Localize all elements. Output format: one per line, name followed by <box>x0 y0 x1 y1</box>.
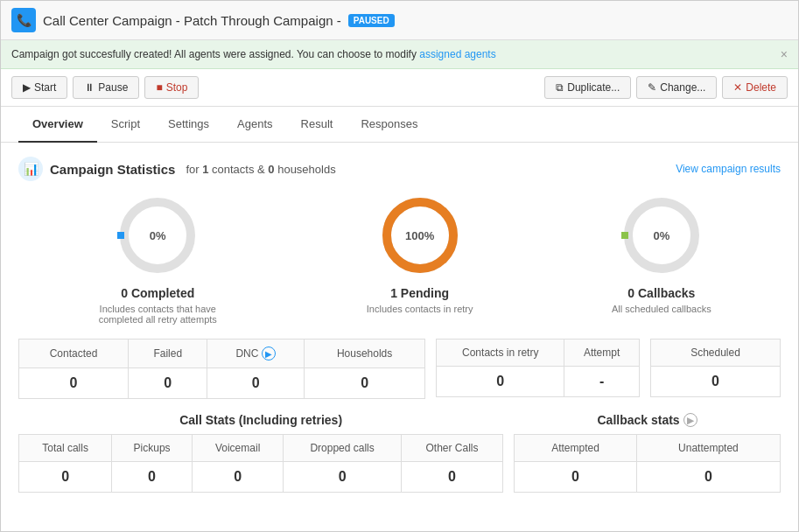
attempt-header: Attempt <box>564 340 640 367</box>
header-title: Call Center Campaign - Patch Through Cam… <box>43 13 341 28</box>
middle-stats-table: Contacts in retry Attempt 0 - <box>436 339 640 399</box>
scheduled-value: 0 <box>651 367 781 397</box>
app-header: 📞 Call Center Campaign - Patch Through C… <box>1 1 798 40</box>
pickups-header: Pickups <box>112 435 193 462</box>
stop-button[interactable]: ■ Stop <box>144 76 199 99</box>
duplicate-button[interactable]: ⧉ Duplicate... <box>544 76 631 99</box>
unattempted-value: 0 <box>636 462 780 493</box>
tab-responses[interactable]: Responses <box>347 107 431 143</box>
callbacks-sublabel: All scheduled callbacks <box>612 304 711 314</box>
banner-message: Campaign got succesfully created! All ag… <box>11 48 496 60</box>
voicemail-value: 0 <box>192 462 283 493</box>
stats-icon: 📊 <box>18 157 43 181</box>
delete-button[interactable]: ✕ Delete <box>722 76 788 99</box>
failed-value: 0 <box>128 368 207 399</box>
completed-chart: 0% 0 Completed Includes contacts that ha… <box>88 192 228 325</box>
left-stats-table: Contacted Failed DNC ▶ Households 0 0 0 … <box>18 339 425 399</box>
bottom-section: Call Stats (Including retries) Total cal… <box>18 413 781 493</box>
callbacks-percent: 0% <box>653 229 669 242</box>
attempted-value: 0 <box>515 462 637 493</box>
pause-button[interactable]: ⏸ Pause <box>73 76 139 99</box>
contacted-header: Contacted <box>19 340 129 368</box>
voicemail-header: Voicemail <box>192 435 283 462</box>
delete-icon: ✕ <box>733 81 742 94</box>
attempt-value: - <box>564 367 640 397</box>
stats-subtitle: for 1 contacts & 0 households <box>186 163 335 176</box>
completed-label: 0 Completed <box>121 286 194 300</box>
svg-rect-2 <box>117 232 124 239</box>
tab-overview[interactable]: Overview <box>18 107 97 143</box>
stats-title: Campaign Statistics <box>50 162 175 177</box>
dnc-header: DNC ▶ <box>207 340 304 368</box>
callbacks-label: 0 Callbacks <box>627 286 695 300</box>
toolbar-right: ⧉ Duplicate... ✎ Change... ✕ Delete <box>544 76 788 99</box>
banner-close-button[interactable]: × <box>781 47 788 61</box>
dnc-value: 0 <box>207 368 304 399</box>
tab-script[interactable]: Script <box>97 107 154 143</box>
pending-donut: 100% <box>376 192 464 279</box>
households-value: 0 <box>304 368 425 399</box>
callback-stats-row: 0 0 <box>515 462 781 493</box>
tab-settings[interactable]: Settings <box>154 107 223 143</box>
completed-sublabel: Includes contacts that have completed al… <box>88 304 228 325</box>
callback-stats-section: Callback stats ▶ Attempted Unattempted 0… <box>514 413 781 493</box>
charts-row: 0% 0 Completed Includes contacts that ha… <box>18 192 781 325</box>
pending-sublabel: Includes contacts in retry <box>367 304 473 314</box>
other-calls-header: Other Calls <box>401 435 502 462</box>
households-header: Households <box>304 340 425 368</box>
left-stats-row: 0 0 0 0 <box>19 368 425 399</box>
tabs-bar: Overview Script Settings Agents Result R… <box>1 107 798 143</box>
right-stats-table: Scheduled 0 <box>650 339 781 399</box>
right-stats-row: 0 <box>651 367 781 397</box>
dropped-calls-header: Dropped calls <box>284 435 402 462</box>
stats-title-area: 📊 Campaign Statistics for 1 contacts & 0… <box>18 157 336 181</box>
copy-icon: ⧉ <box>556 81 564 94</box>
unattempted-header: Unattempted <box>636 435 780 462</box>
play-icon: ▶ <box>23 81 31 94</box>
callbacks-donut: 0% <box>618 192 705 279</box>
app-container: 📞 Call Center Campaign - Patch Through C… <box>0 0 799 532</box>
completed-percent: 0% <box>150 229 166 242</box>
main-content: 📊 Campaign Statistics for 1 contacts & 0… <box>1 143 798 531</box>
total-calls-value: 0 <box>19 462 112 493</box>
paused-badge: PAUSED <box>348 14 395 27</box>
scheduled-header: Scheduled <box>651 340 781 367</box>
tab-agents[interactable]: Agents <box>223 107 286 143</box>
callback-info-icon[interactable]: ▶ <box>683 413 697 427</box>
pause-icon: ⏸ <box>84 81 95 94</box>
failed-header: Failed <box>128 340 207 368</box>
start-button[interactable]: ▶ Start <box>11 76 67 99</box>
edit-icon: ✎ <box>648 81 656 94</box>
call-stats-row: 0 0 0 0 0 <box>19 462 503 493</box>
callback-stats-title: Callback stats ▶ <box>514 413 781 427</box>
tab-result[interactable]: Result <box>287 107 347 143</box>
pending-label: 1 Pending <box>390 286 449 300</box>
call-stats-title: Call Stats (Including retries) <box>18 413 503 427</box>
callbacks-chart: 0% 0 Callbacks All scheduled callbacks <box>612 192 711 314</box>
other-calls-value: 0 <box>401 462 502 493</box>
pending-percent: 100% <box>405 229 434 242</box>
view-results-link[interactable]: View campaign results <box>676 163 781 175</box>
toolbar: ▶ Start ⏸ Pause ■ Stop ⧉ Duplicate... ✎ … <box>1 69 798 107</box>
stats-tables-row: Contacted Failed DNC ▶ Households 0 0 0 … <box>18 339 781 399</box>
dnc-info-icon[interactable]: ▶ <box>262 346 276 360</box>
stop-icon: ■ <box>156 81 162 94</box>
app-icon: 📞 <box>11 8 36 32</box>
call-stats-section: Call Stats (Including retries) Total cal… <box>18 413 503 493</box>
total-calls-header: Total calls <box>19 435 112 462</box>
contacts-retry-header: Contacts in retry <box>437 340 564 367</box>
middle-stats-row: 0 - <box>437 367 640 397</box>
completed-donut: 0% <box>114 192 201 279</box>
pending-chart: 100% 1 Pending Includes contacts in retr… <box>367 192 473 314</box>
change-button[interactable]: ✎ Change... <box>636 76 717 99</box>
stats-header: 📊 Campaign Statistics for 1 contacts & 0… <box>18 157 781 181</box>
success-banner: Campaign got succesfully created! All ag… <box>1 40 798 69</box>
pickups-value: 0 <box>112 462 193 493</box>
contacted-value: 0 <box>19 368 129 399</box>
assigned-agents-link[interactable]: assigned agents <box>419 48 495 60</box>
toolbar-left: ▶ Start ⏸ Pause ■ Stop <box>11 76 199 99</box>
contacts-retry-value: 0 <box>437 367 564 397</box>
attempted-header: Attempted <box>515 435 637 462</box>
dropped-calls-value: 0 <box>284 462 402 493</box>
svg-rect-7 <box>621 232 628 239</box>
